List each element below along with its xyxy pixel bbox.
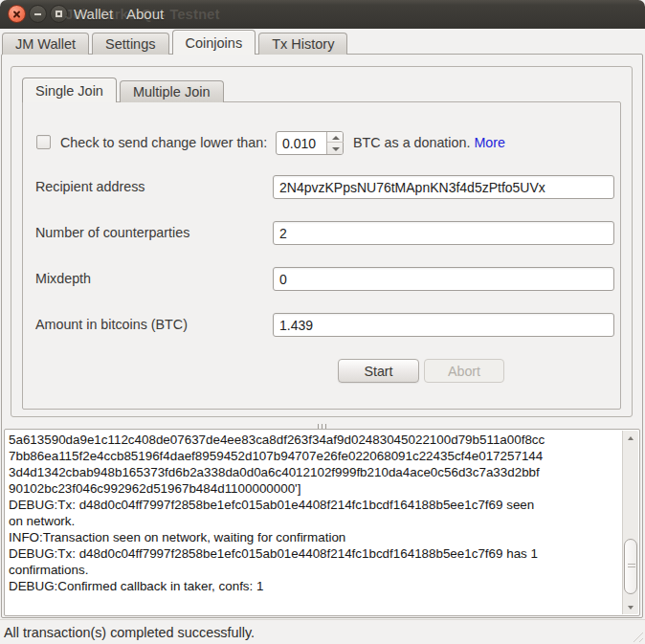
log-line: on network. xyxy=(9,513,618,529)
scrollbar-down-icon[interactable] xyxy=(623,600,638,614)
log-line: DEBUG:Tx: d48d0c04ff7997f2858be1efc015ab… xyxy=(9,497,618,513)
spinner-buttons xyxy=(326,132,343,154)
amount-input[interactable] xyxy=(273,313,614,337)
recipient-address-input[interactable] xyxy=(273,175,614,199)
mixdepth-input[interactable] xyxy=(273,267,614,291)
minimize-icon[interactable] xyxy=(29,5,47,23)
donation-amount-input[interactable] xyxy=(277,132,326,154)
log-scrollbar[interactable] xyxy=(622,431,638,614)
log-textarea[interactable]: 5a613590da9e1c112c408de07637de4ee83ca8df… xyxy=(4,429,640,616)
donation-suffix-text: BTC as a donation. xyxy=(353,135,470,150)
size-grip[interactable] xyxy=(631,630,643,642)
amount-row: Amount in bitcoins (BTC) xyxy=(23,313,620,337)
spin-up-icon[interactable] xyxy=(327,132,344,143)
scrollbar-up-icon[interactable] xyxy=(623,431,638,445)
tab-single-join[interactable]: Single Join xyxy=(22,78,117,102)
single-join-pane: Check to send change lower than: BTC as … xyxy=(22,101,621,410)
amount-label: Amount in bitcoins (BTC) xyxy=(35,317,188,332)
counterparties-input[interactable] xyxy=(273,221,614,245)
recipient-address-row: Recipient address xyxy=(23,175,620,199)
action-buttons-row: Start Abort xyxy=(23,359,620,383)
tab-settings[interactable]: Settings xyxy=(92,33,168,55)
recipient-address-label: Recipient address xyxy=(35,179,145,194)
mixdepth-row: Mixdepth xyxy=(23,267,620,291)
donation-checkbox[interactable] xyxy=(36,135,51,149)
donation-amount-spinbox xyxy=(276,131,344,155)
counterparties-label: Number of counterparties xyxy=(35,225,189,240)
titlebar: JoinMarketQt - Testnet Wallet About xyxy=(0,0,645,29)
donation-suffix: BTC as a donation. More xyxy=(353,135,505,150)
log-line: DEBUG:Tx: d48d0c04ff7997f2858be1efc015ab… xyxy=(9,545,618,562)
tab-tx-history[interactable]: Tx History xyxy=(258,33,347,55)
log-line: confirmations. xyxy=(9,562,618,578)
log-line: INFO:Transaction seen on network, waitin… xyxy=(9,529,618,545)
close-icon[interactable] xyxy=(8,5,26,23)
app-window: JoinMarketQt - Testnet Wallet About JM W… xyxy=(0,0,645,644)
spin-down-icon[interactable] xyxy=(327,144,344,154)
coinjoins-pane: Single Join Multiple Join Check to send … xyxy=(1,54,643,618)
tab-jm-wallet[interactable]: JM Wallet xyxy=(2,33,89,55)
log-line: 90102bc23f046c992962d51967b484d110000000… xyxy=(9,480,618,497)
statusbar: All transaction(s) completed successfull… xyxy=(0,619,645,644)
main-tabbar: JM Wallet Settings Coinjoins Tx History xyxy=(2,30,645,55)
log-content: 5a613590da9e1c112c408de07637de4ee83ca8df… xyxy=(9,432,618,594)
log-line: DEBUG:Confirmed callback in taker, confs… xyxy=(9,578,618,594)
tab-multiple-join[interactable]: Multiple Join xyxy=(120,80,224,102)
donation-checkbox-label: Check to send change lower than: xyxy=(60,135,267,150)
tab-coinjoins[interactable]: Coinjoins xyxy=(172,30,256,55)
counterparties-row: Number of counterparties xyxy=(23,221,620,245)
start-button[interactable]: Start xyxy=(338,359,419,383)
abort-button: Abort xyxy=(424,359,504,383)
donation-row: Check to send change lower than: BTC as … xyxy=(23,131,620,155)
menu-wallet[interactable]: Wallet xyxy=(74,6,113,22)
scrollbar-thumb[interactable] xyxy=(624,539,637,594)
sub-tabbar: Single Join Multiple Join xyxy=(22,77,227,102)
join-groupbox: Single Join Multiple Join Check to send … xyxy=(11,66,633,417)
mixdepth-label: Mixdepth xyxy=(35,271,91,286)
donation-more-link[interactable]: More xyxy=(474,135,505,150)
log-line: 7bb86ea115f2e4ccb85196f4daef8959452d107b… xyxy=(9,448,618,464)
status-message: All transaction(s) completed successfull… xyxy=(4,625,255,640)
log-line: 3d4d1342cbab948b165373fd6b2a338da0d0a6c4… xyxy=(9,464,618,480)
log-line: 5a613590da9e1c112c408de07637de4ee83ca8df… xyxy=(9,432,618,448)
menu-about[interactable]: About xyxy=(126,6,164,22)
